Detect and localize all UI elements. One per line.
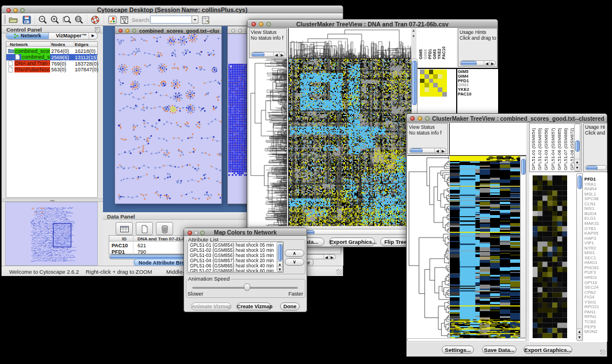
data-column-id[interactable]: ID <box>122 236 127 242</box>
create-vizmap-button[interactable]: Create Vizmap <box>236 302 271 311</box>
search-input[interactable] <box>150 16 192 24</box>
scroll-down-icon[interactable]: ▼ <box>575 164 580 170</box>
scroll-up-icon[interactable]: ▲ <box>277 261 282 266</box>
network-table-row[interactable]: combined_scores_2764(0)16218(0) <box>6 48 97 54</box>
network-view-title-bar[interactable]: combined_scores_good.txt--cluste... <box>115 26 221 34</box>
treeview2-title-bar[interactable]: ClusterMaker TreeView : combined_scores_… <box>407 114 607 122</box>
main-title-bar[interactable]: Cytoscape Desktop (Session Name: collins… <box>2 6 343 13</box>
scroll-thumb[interactable] <box>461 61 477 66</box>
scroll-thumb[interactable] <box>252 52 265 57</box>
mini-scroll-down-icon[interactable]: ▼ <box>412 35 415 38</box>
close-button[interactable] <box>410 116 415 121</box>
network-view-window[interactable]: combined_scores_good.txt--cluste... <box>114 26 222 204</box>
scroll-right-icon[interactable]: ▶ <box>329 255 335 259</box>
treeview2-zoom-heatmap[interactable] <box>533 175 567 338</box>
view-status-hscrollbar[interactable]: ◀ ▶ <box>251 52 285 57</box>
treeview2-row-dendrogram[interactable] <box>407 156 449 338</box>
network-view-canvas[interactable] <box>115 34 221 204</box>
toolbar-grip[interactable] <box>4 15 6 24</box>
zoom-in-icon[interactable] <box>50 15 60 25</box>
annotation-icon[interactable] <box>120 15 129 25</box>
scroll-left-icon[interactable]: ◀ <box>323 255 329 259</box>
data-column-attr[interactable]: DNA and Tran 07-21-06b <box>137 236 190 242</box>
new-file-button[interactable] <box>136 222 153 235</box>
treeview2-heat-vscrollbar[interactable] <box>520 156 526 338</box>
attribute-list-item[interactable]: GPL51-04 (GSM857) heat shock 20 min <box>190 258 274 263</box>
open-folder-icon[interactable] <box>9 15 18 25</box>
network-table-row[interactable]: combined_sco2569(6)13112(15) <box>6 54 97 60</box>
attribute-listbox[interactable]: GPL51-01 (GSM854) heat shock 05 minGPL51… <box>188 242 284 273</box>
trash-button[interactable] <box>156 222 173 235</box>
network-grid-icon[interactable] <box>108 15 117 25</box>
scroll-thumb[interactable] <box>521 159 526 175</box>
scroll-down-icon[interactable]: ▼ <box>277 266 282 271</box>
tab-overflow-button[interactable]: ▶ <box>89 33 98 39</box>
animate-vizmap-button[interactable]: Animate Vizmap <box>191 302 231 311</box>
scroll-right-icon[interactable]: ▶ <box>279 52 285 57</box>
scroll-left-icon[interactable]: ◀ <box>484 61 489 66</box>
view-status-hscrollbar[interactable]: ◀ ▶ <box>409 148 446 153</box>
column-header-nodes[interactable]: Nodes <box>51 42 65 47</box>
treeview1-heatmap[interactable] <box>288 59 411 226</box>
zoom-button[interactable] <box>132 29 136 33</box>
attribute-list-item[interactable]: GPL51-03 (GSM856) heat shock 15 min <box>190 253 274 258</box>
birdseye-view[interactable] <box>5 202 98 266</box>
column-header-edges[interactable]: Edges <box>75 42 89 47</box>
attribute-table-icon[interactable] <box>201 15 211 25</box>
scroll-up-icon[interactable]: ▲ <box>577 328 582 334</box>
correlation-matrix[interactable] <box>420 70 447 97</box>
usage-hints-hscrollbar[interactable]: ◀ ▶ <box>460 60 496 66</box>
dialog-title-bar[interactable]: Map Colors to Network <box>184 228 307 236</box>
minimize-button[interactable] <box>125 29 129 33</box>
network-table-row[interactable]: RNAPuberNov2+l563(0)107847(0) <box>6 66 97 72</box>
mini-scroll-up-icon[interactable]: ▲ <box>412 29 415 32</box>
collabels-vscrollbar[interactable]: ▲ ▼ <box>574 124 580 171</box>
export-graphics-button[interactable]: Export Graphics... <box>523 346 572 354</box>
zoom-fit-icon[interactable] <box>74 15 84 25</box>
move-down-button[interactable]: ∨ <box>285 258 304 266</box>
scroll-left-icon[interactable]: ◀ <box>434 148 440 153</box>
resize-grip[interactable] <box>336 269 342 275</box>
scroll-thumb[interactable] <box>412 60 417 105</box>
scroll-up-icon[interactable]: ▲ <box>575 159 580 164</box>
scroll-down-icon[interactable]: ▼ <box>577 334 582 340</box>
attribute-list-vscrollbar[interactable]: ▲ ▼ <box>277 242 283 272</box>
close-button[interactable] <box>231 29 235 33</box>
usage-hints-hscrollbar[interactable] <box>585 165 607 170</box>
attribute-list-item[interactable]: GPL51-02 (GSM855) heat shock 10 min <box>190 248 274 253</box>
move-up-button[interactable]: ∧ <box>285 250 304 257</box>
save-data-button[interactable]: Save Data... <box>482 346 517 354</box>
scroll-thumb[interactable] <box>575 140 580 152</box>
network-table-row[interactable]: DNA and Tran 07769(0)183728(0) <box>6 60 97 67</box>
minimize-button[interactable] <box>238 29 242 33</box>
speed-slider-thumb[interactable] <box>244 283 250 291</box>
treeview2-heatmap[interactable] <box>450 156 520 338</box>
zoom-vscrollbar[interactable]: ▲ ▼ <box>576 173 583 341</box>
scroll-thumb[interactable] <box>577 175 582 189</box>
resize-grip[interactable] <box>600 350 606 355</box>
done-button[interactable]: Done <box>280 302 300 311</box>
scroll-right-icon[interactable]: ▶ <box>489 61 495 66</box>
scroll-left-icon[interactable]: ◀ <box>273 52 279 57</box>
zoom-selected-icon[interactable] <box>62 15 72 25</box>
scroll-right-icon[interactable]: ▶ <box>440 148 446 153</box>
zoom-button[interactable] <box>425 116 430 121</box>
attribute-list-item[interactable]: GPL51-07 (GSM868) heat shock 60 min <box>190 269 274 273</box>
attribute-list-item[interactable]: GPL51-01 (GSM854) heat shock 05 min <box>190 243 274 248</box>
scroll-thumb[interactable] <box>278 244 282 261</box>
scroll-thumb[interactable] <box>586 166 598 170</box>
scroll-thumb[interactable] <box>410 148 423 153</box>
gene-label[interactable]: MON2 <box>584 329 598 334</box>
treeview1-column-dendrogram[interactable] <box>288 28 411 59</box>
network-table-header[interactable]: Network Nodes Edges <box>6 42 97 47</box>
attribute-list-item[interactable]: GPL51-06 (GSM865) heat shock 40 min <box>190 263 274 269</box>
help-lifesaver-icon[interactable] <box>90 15 100 25</box>
tab-vizmapper[interactable]: VizMapper™ <box>49 33 89 39</box>
search-dropdown-button[interactable] <box>192 16 198 24</box>
treeview1-row-dendrogram[interactable] <box>249 59 287 226</box>
attribute-grid-button[interactable] <box>116 222 133 235</box>
close-button[interactable] <box>118 29 123 33</box>
minimize-button[interactable] <box>418 116 422 121</box>
save-icon[interactable] <box>22 15 32 25</box>
zoom-out-icon[interactable] <box>38 15 48 25</box>
